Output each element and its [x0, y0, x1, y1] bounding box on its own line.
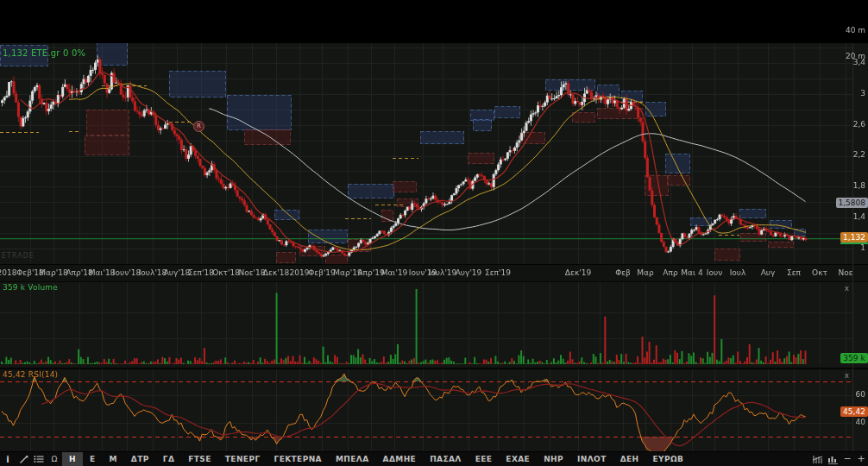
watchlist-icon[interactable] [31, 452, 47, 466]
tab-ΕΕΕ[interactable]: ΕΕΕ [469, 452, 500, 466]
rsi-axis[interactable]: 6040 [839, 369, 868, 452]
time-axis-label: Απρ [663, 268, 677, 277]
tab-ΙΝΛΟΤ[interactable]: ΙΝΛΟΤ [570, 452, 613, 466]
time-axis-label: Ιουν [707, 268, 722, 277]
time-axis-label: Αυγ [761, 268, 776, 277]
tab-ΑΔΜΗΕ[interactable]: ΑΔΜΗΕ [376, 452, 424, 466]
time-axis-label: Δεκ'19 [565, 268, 591, 277]
candlestick-chart-icon[interactable] [809, 452, 825, 466]
time-axis-label: Ιουλ'18 [139, 268, 167, 277]
tab-Η[interactable]: Η [62, 452, 83, 466]
time-axis-label: Μαι'19 [381, 268, 408, 277]
time-axis-label: Ιουν'18 [113, 268, 141, 277]
volume-histogram-icon[interactable] [825, 452, 840, 466]
tab-ΔΕΗ[interactable]: ΔΕΗ [613, 452, 646, 466]
time-axis-label: Μαι'18 [89, 268, 116, 277]
time-axis-label: Μαρ [637, 268, 653, 277]
time-axis-label: Νοε'18 [238, 268, 265, 277]
close-volume-pane-button[interactable]: x [845, 285, 849, 293]
instrument-tabs: ΗΕΜΔΤΡΓΔFTSEΤΕΝΕΡΓΓΕΚΤΕΡΝΑΜΠΕΛΑΑΔΜΗΕΠΑΣΑ… [62, 452, 690, 466]
rsi-axis-label: 40 [856, 418, 865, 426]
candles-icon [812, 455, 823, 464]
price-axis-label: 3 [860, 89, 865, 98]
time-axis-label: Αυγ'19 [456, 268, 482, 277]
time-axis[interactable]: 2018Φεβ'18Μαρ'18Απρ'18Μαι'18Ιουν'18Ιουλ'… [0, 264, 868, 281]
time-axis-label: Οκτ [812, 268, 827, 277]
info-icon[interactable]: i [0, 452, 16, 466]
price-axis-label: 2,2 [853, 150, 865, 159]
time-axis-label: Μαρ'18 [39, 268, 67, 277]
time-axis-label: Νοε [838, 268, 852, 277]
resistance-marker[interactable]: R [193, 121, 204, 132]
pencil-icon [19, 455, 28, 464]
tab-ΓΕΚΤΕΡΝΑ[interactable]: ΓΕΚΤΕΡΝΑ [267, 452, 329, 466]
list-icon [34, 455, 44, 463]
bottom-toolbar: i Ω ΗΕΜΔΤΡΓΔFTSEΤΕΝΕΡΓΓΕΚΤΕΡΝΑΜΠΕΛΑΑΔΜΗΕ… [0, 451, 868, 466]
omega-tool-icon[interactable]: Ω [47, 452, 62, 466]
time-axis-label: 2018 [0, 268, 16, 277]
time-axis-label: Ιουλ [730, 268, 746, 277]
time-axis-label: Φεβ'19 [308, 268, 336, 277]
tab-Ε[interactable]: Ε [83, 452, 103, 466]
close-rsi-pane-button[interactable]: x [845, 372, 849, 380]
tab-ΓΔ[interactable]: ΓΔ [156, 452, 182, 466]
time-axis-label: Σεπ'18 [188, 268, 214, 277]
time-axis-label: Ιουλ'19 [429, 268, 457, 277]
trendline-tool-icon[interactable] [16, 452, 31, 466]
toolbar-right-controls: − + [809, 452, 868, 466]
trading-chart-window: 1,132 ETE.gr 0 0% ETRADE 359 k Volume 45… [0, 0, 868, 466]
price-axis-label: 1,8 [853, 181, 865, 190]
tab-FTSE[interactable]: FTSE [181, 452, 218, 466]
time-axis-label: Σεπ [787, 268, 801, 277]
tab-ΕΥΡΩΒ[interactable]: ΕΥΡΩΒ [646, 452, 691, 466]
time-axis-label: Οκτ'18 [212, 268, 240, 277]
zoom-out-button[interactable]: − [840, 452, 854, 466]
time-axis-label: Σεπ'19 [485, 268, 511, 277]
time-axis-label: Αυγ'18 [164, 268, 191, 277]
chart-canvas[interactable] [0, 0, 868, 452]
time-axis-label: Δεκ'18 [263, 268, 289, 277]
tab-ΠΑΣΑΛ[interactable]: ΠΑΣΑΛ [423, 452, 469, 466]
volume-axis[interactable]: 40 m20 m [839, 0, 868, 86]
tab-ΜΠΕΛΑ[interactable]: ΜΠΕΛΑ [329, 452, 376, 466]
time-axis-label: 2019 [290, 268, 310, 277]
vol-axis-label: 40 m [846, 26, 865, 35]
price-axis-label: 1 [860, 243, 865, 252]
tab-ΕΧΑΕ[interactable]: ΕΧΑΕ [499, 452, 537, 466]
tab-ΔΤΡ[interactable]: ΔΤΡ [124, 452, 156, 466]
price-axis-label: 1,4 [853, 212, 865, 221]
zoom-in-button[interactable]: + [854, 452, 868, 466]
tab-Μ[interactable]: Μ [103, 452, 124, 466]
time-axis-label: Μαι 4 [681, 268, 702, 277]
rsi-axis-label: 60 [856, 390, 865, 399]
histogram-icon [827, 455, 839, 464]
vol-axis-label: 20 m [846, 52, 865, 60]
tab-ΝΗΡ[interactable]: ΝΗΡ [537, 452, 570, 466]
time-axis-label: Φεβ [615, 268, 631, 277]
tab-ΤΕΝΕΡΓ[interactable]: ΤΕΝΕΡΓ [218, 452, 267, 466]
price-axis-label: 2,6 [853, 120, 865, 129]
